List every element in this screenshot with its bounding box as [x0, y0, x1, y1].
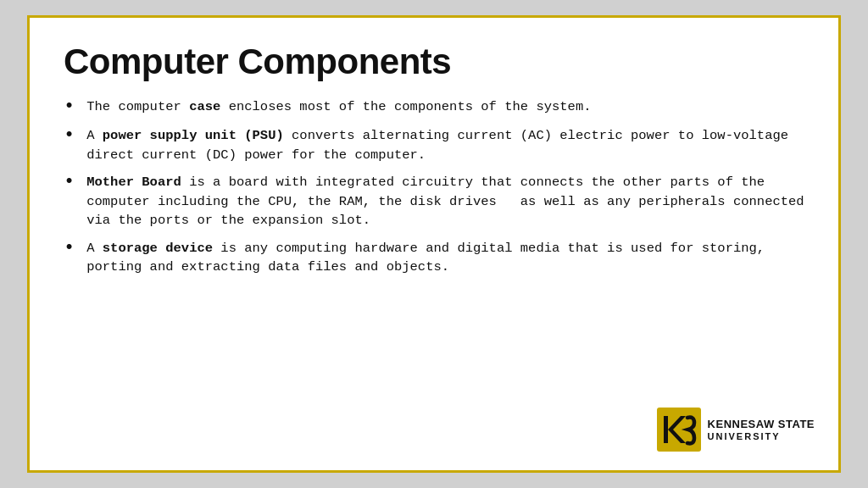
ksu-text: KENNESAW STATE UNIVERSITY: [708, 418, 815, 441]
ksu-logo-area: KENNESAW STATE UNIVERSITY: [657, 408, 815, 452]
slide: Computer Components • The computer case …: [27, 15, 841, 473]
ksu-sub: UNIVERSITY: [708, 431, 815, 441]
bullet-dot: •: [64, 96, 75, 118]
list-item: • The computer case encloses most of the…: [64, 97, 804, 118]
ksu-logo-icon: [657, 408, 701, 452]
svg-rect-0: [657, 408, 701, 452]
bullet-dot: •: [64, 125, 75, 147]
ksu-name: KENNESAW STATE: [708, 418, 815, 431]
bullet-text-case: The computer case encloses most of the c…: [86, 97, 804, 116]
bullet-dot: •: [64, 237, 75, 259]
list-item: • Mother Board is a board with integrate…: [64, 173, 804, 230]
list-item: • A power supply unit (PSU) converts alt…: [64, 126, 804, 164]
bullet-text-psu: A power supply unit (PSU) converts alter…: [86, 126, 804, 164]
list-item: • A storage device is any computing hard…: [64, 239, 804, 277]
slide-title: Computer Components: [64, 42, 804, 82]
bullet-dot: •: [64, 171, 75, 193]
bullet-text-storage: A storage device is any computing hardwa…: [86, 239, 804, 277]
bullet-list: • The computer case encloses most of the…: [64, 97, 804, 446]
bullet-text-motherboard: Mother Board is a board with integrated …: [86, 173, 804, 230]
svg-rect-1: [664, 416, 668, 443]
